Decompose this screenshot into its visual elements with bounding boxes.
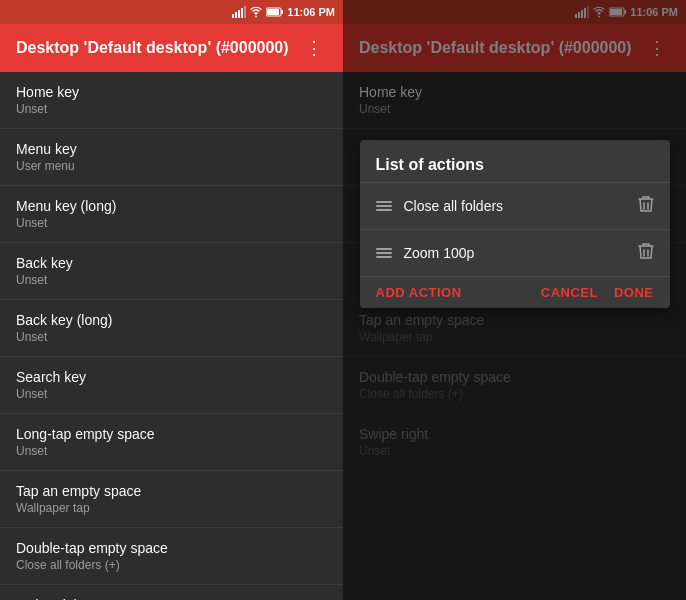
list-item[interactable]: Menu key User menu (0, 129, 343, 186)
svg-rect-1 (235, 12, 237, 18)
list-item[interactable]: Double-tap empty space Close all folders… (0, 528, 343, 585)
drag-handle-icon-2 (376, 248, 392, 258)
svg-rect-3 (241, 8, 243, 18)
item-title: Back key (16, 255, 327, 271)
drag-handle-icon (376, 201, 392, 211)
list-item[interactable]: Back key Unset (0, 243, 343, 300)
battery-icon (266, 6, 284, 18)
list-item[interactable]: Menu key (long) Unset (0, 186, 343, 243)
item-title: Long-tap empty space (16, 426, 327, 442)
svg-rect-0 (232, 14, 234, 18)
left-menu-list: Home key Unset Menu key User menu Menu k… (0, 72, 343, 600)
list-of-actions-modal: List of actions Close all folders (360, 140, 670, 308)
left-status-time: 11:06 PM (287, 6, 335, 18)
done-button[interactable]: DONE (614, 285, 654, 300)
item-title: Back key (long) (16, 312, 327, 328)
wifi-icon (249, 6, 263, 18)
svg-rect-4 (244, 6, 246, 18)
svg-rect-7 (281, 10, 283, 14)
list-item[interactable]: Tap an empty space Wallpaper tap (0, 471, 343, 528)
item-subtitle: Unset (16, 102, 327, 116)
svg-rect-2 (238, 10, 240, 18)
left-app-header: Desktop 'Default desktop' (#000000) ⋮ (0, 24, 343, 72)
signal-icon (232, 6, 246, 18)
modal-footer-actions: CANCEL DONE (541, 285, 654, 300)
left-status-bar: 11:06 PM (0, 0, 343, 24)
item-subtitle: Unset (16, 216, 327, 230)
item-subtitle: Close all folders (+) (16, 558, 327, 572)
action-label-1: Close all folders (404, 198, 638, 214)
item-subtitle: Unset (16, 444, 327, 458)
list-item[interactable]: Home key Unset (0, 72, 343, 129)
action-item-1[interactable]: Close all folders (360, 182, 670, 229)
list-item[interactable]: Swipe right Unset (0, 585, 343, 600)
item-title: Double-tap empty space (16, 540, 327, 556)
item-subtitle: Unset (16, 330, 327, 344)
item-subtitle: Unset (16, 387, 327, 401)
cancel-button[interactable]: CANCEL (541, 285, 598, 300)
left-app-title: Desktop 'Default desktop' (#000000) (16, 39, 289, 57)
item-subtitle: Unset (16, 273, 327, 287)
modal-title: List of actions (360, 140, 670, 182)
item-title: Menu key (long) (16, 198, 327, 214)
item-title: Menu key (16, 141, 327, 157)
svg-rect-8 (267, 9, 279, 15)
svg-point-5 (255, 16, 257, 18)
action-item-2[interactable]: Zoom 100p (360, 229, 670, 276)
item-title: Home key (16, 84, 327, 100)
delete-action-2-icon[interactable] (638, 242, 654, 264)
add-action-button[interactable]: ADD ACTION (376, 285, 462, 300)
modal-overlay[interactable]: List of actions Close all folders (343, 0, 686, 600)
right-panel: 11:06 PM Desktop 'Default desktop' (#000… (343, 0, 686, 600)
list-item[interactable]: Long-tap empty space Unset (0, 414, 343, 471)
item-subtitle: User menu (16, 159, 327, 173)
modal-footer: ADD ACTION CANCEL DONE (360, 276, 670, 308)
item-title: Search key (16, 369, 327, 385)
item-title: Tap an empty space (16, 483, 327, 499)
list-item[interactable]: Search key Unset (0, 357, 343, 414)
left-panel: 11:06 PM Desktop 'Default desktop' (#000… (0, 0, 343, 600)
delete-action-1-icon[interactable] (638, 195, 654, 217)
left-status-icons: 11:06 PM (232, 6, 335, 18)
item-subtitle: Wallpaper tap (16, 501, 327, 515)
list-item[interactable]: Back key (long) Unset (0, 300, 343, 357)
left-menu-button[interactable]: ⋮ (301, 33, 327, 63)
action-label-2: Zoom 100p (404, 245, 638, 261)
